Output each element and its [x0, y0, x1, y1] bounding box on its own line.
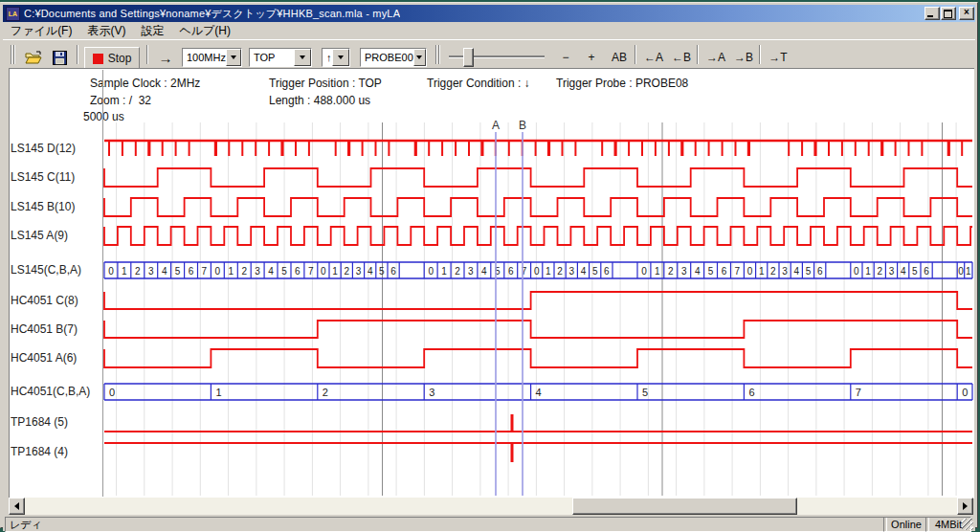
bus-value: 1	[229, 266, 234, 277]
dropdown-button[interactable]	[226, 49, 241, 66]
move-b-right-button[interactable]: →B	[731, 47, 756, 68]
trigger-position-value: TOP	[250, 52, 294, 63]
trigger-edge-combo[interactable]: ↑	[322, 48, 350, 67]
bus-value: 5	[281, 266, 287, 277]
bus-value: 0	[854, 266, 859, 277]
bus-value: 2	[345, 266, 350, 277]
menu-item-file[interactable]: ファイル(F)	[3, 22, 79, 40]
bus-value: 5	[592, 266, 598, 277]
trigger-edge-value: ↑	[323, 52, 332, 63]
menu-bar: ファイル(F)表示(V)設定ヘルプ(H)	[3, 23, 975, 38]
dropdown-button[interactable]	[413, 49, 426, 66]
bus-value: 2	[323, 387, 328, 398]
goto-trigger-button[interactable]: →T	[766, 47, 791, 68]
bus-value: 7	[202, 266, 208, 277]
bus-value: 5	[708, 266, 714, 277]
bus-value: 0	[641, 266, 647, 277]
status-online-text: Online	[891, 519, 922, 530]
toolbar-separator	[759, 45, 761, 64]
minimize-icon	[927, 15, 933, 17]
bus-value: 4	[162, 266, 167, 277]
bus-value: 5	[806, 266, 812, 277]
save-file-button[interactable]	[48, 47, 71, 68]
horizontal-scrollbar[interactable]	[9, 498, 973, 515]
bus-value: 3	[148, 266, 154, 277]
bus-value: 3	[889, 266, 895, 277]
move-a-right-button[interactable]: →A	[703, 47, 728, 68]
status-bar: レディ Online 4MBit	[3, 516, 975, 531]
toolbar-separator	[146, 45, 148, 64]
open-folder-icon	[25, 51, 42, 65]
toolbar-gripper[interactable]	[11, 45, 12, 64]
bus-value: 5	[912, 266, 918, 277]
open-file-button[interactable]	[22, 47, 45, 68]
bus-value: 0	[215, 266, 221, 277]
zoom-out-button[interactable]: −	[555, 47, 576, 68]
bus-value: 4	[581, 266, 587, 277]
bus-value: 1	[215, 387, 221, 398]
chevron-down-icon	[300, 55, 305, 59]
bus-value: 6	[924, 266, 929, 277]
bus-value: 2	[455, 266, 460, 277]
title-bar[interactable]: LA C:¥Documents and Settings¥noname¥デスクト…	[3, 5, 975, 22]
ab-range-button[interactable]: AB	[607, 47, 632, 68]
menu-item-view[interactable]: 表示(V)	[79, 22, 133, 40]
close-button[interactable]: ×	[959, 7, 974, 20]
bus-value: 0	[428, 266, 434, 277]
application-window: LA C:¥Documents and Settings¥noname¥デスクト…	[0, 2, 978, 528]
maximize-icon	[944, 10, 952, 18]
zoom-in-button[interactable]: +	[581, 47, 602, 68]
menu-item-help[interactable]: ヘルプ(H)	[171, 22, 238, 40]
toolbar-separator	[438, 45, 440, 64]
stop-label: Stop	[108, 52, 132, 65]
move-b-left-button[interactable]: ←B	[669, 47, 694, 68]
trigger-probe-combo[interactable]: PROBE00	[360, 48, 427, 67]
app-icon: LA	[6, 7, 20, 21]
move-a-left-button[interactable]: ←A	[641, 47, 666, 68]
status-ready-text: レディ	[10, 518, 42, 532]
bus-value: 1	[655, 266, 660, 277]
wave-hc4051-c-8-	[104, 292, 972, 309]
bus-value: 2	[557, 266, 563, 277]
stop-button[interactable]: Stop	[84, 47, 140, 70]
bus-value: 1	[966, 266, 971, 277]
scrollbar-thumb[interactable]	[572, 498, 797, 515]
trigger-position-combo[interactable]: TOP	[249, 48, 312, 67]
bus-value: 5	[175, 266, 181, 277]
bus-value: 7	[856, 387, 861, 398]
wave-ls145-c-11-	[104, 168, 972, 187]
toolbar-gripper[interactable]	[13, 45, 15, 64]
chevron-down-icon	[416, 55, 422, 59]
bus-value: 6	[604, 266, 610, 277]
scroll-left-button[interactable]	[9, 498, 25, 515]
bus-value: 4	[481, 266, 487, 277]
maximize-button[interactable]	[941, 7, 956, 20]
run-button[interactable]: →	[153, 47, 178, 68]
bus-value: 4	[536, 387, 542, 398]
wave-ls145-b-10-	[104, 198, 972, 216]
sample-rate-combo[interactable]: 100MHz	[182, 48, 242, 67]
resize-grip[interactable]	[962, 519, 973, 530]
dropdown-button[interactable]	[332, 49, 349, 66]
bus-value: 0	[108, 266, 114, 277]
minimize-button[interactable]	[924, 7, 940, 20]
wave-hc4051-a-6-	[104, 349, 972, 367]
bus-value: 0	[958, 266, 964, 277]
zoom-slider-thumb[interactable]	[463, 48, 474, 67]
timing-plot: 0123456701234567012345601234567012345601…	[9, 68, 973, 498]
bus-value: 2	[668, 266, 674, 277]
bus-value: 1	[441, 266, 447, 277]
bus-value: 4	[695, 266, 701, 277]
toolbar-separator	[77, 45, 78, 64]
bus-value: 6	[189, 266, 194, 277]
save-floppy-icon	[53, 51, 67, 65]
sample-rate-value: 100MHz	[183, 52, 226, 63]
menu-item-settings[interactable]: 設定	[133, 22, 171, 40]
bus-value: 0	[109, 387, 115, 398]
bus-value: 4	[794, 266, 800, 277]
dropdown-button[interactable]	[294, 49, 311, 66]
scroll-right-button[interactable]	[957, 498, 973, 515]
bus-value: 0	[962, 387, 968, 398]
trigger-probe-value: PROBE00	[361, 52, 413, 63]
wave-ls145-a-9-	[104, 227, 972, 245]
